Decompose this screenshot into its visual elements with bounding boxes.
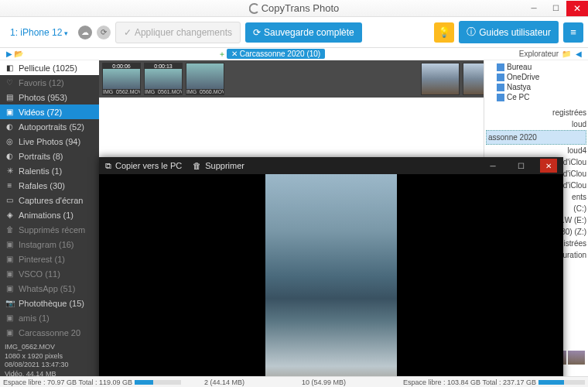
sidebar-item[interactable]: ◈Animations (1)	[0, 207, 99, 222]
folder-icon: ▣	[5, 313, 15, 323]
copy-to-pc-button[interactable]: ⧉ Copier vers le PC	[105, 161, 182, 171]
sidebar-item[interactable]: ≡Rafales (30)	[0, 178, 99, 193]
sidebar-item[interactable]: ▣Vidéos (72)	[0, 104, 99, 119]
sidebar-item-label: Captures d'écran	[19, 196, 83, 205]
tree-partial-line: loud	[486, 118, 586, 130]
refresh-icon[interactable]: ⟳	[97, 26, 111, 39]
full-backup-button[interactable]: ⟳ Sauvegarde complète	[245, 22, 362, 43]
mini-thumb[interactable]	[568, 351, 585, 365]
guides-button[interactable]: ⓘ Guides utilisateur	[459, 21, 559, 43]
device-selector[interactable]: 1: iPhone 12	[5, 23, 74, 42]
file-info: IMG_0562.MOV 1080 x 1920 pixels 08/08/20…	[0, 340, 99, 376]
toolbar: 1: iPhone 12 ☁ ⟳ ✓ Appliquer changements…	[0, 17, 588, 48]
backup-icon: ⟳	[253, 27, 261, 38]
folder-icon: ▣	[5, 327, 15, 337]
tree-item[interactable]: Bureau	[486, 62, 586, 72]
minimize-button[interactable]: ─	[523, 1, 545, 16]
sidebar-item[interactable]: ✳Ralentis (1)	[0, 163, 99, 178]
tree-item[interactable]: Nastya	[486, 82, 586, 92]
expand-left-icon[interactable]: ▶	[5, 50, 14, 59]
sidebar-item-label: Rafales (30)	[19, 181, 65, 190]
video-canvas[interactable]	[99, 174, 563, 387]
expand-right-icon[interactable]: ◀	[574, 50, 583, 59]
tree-item[interactable]: Ce PC	[486, 92, 586, 102]
tree-item[interactable]: OneDrive	[486, 72, 586, 82]
album-chip[interactable]: ✕ Carcassonne 2020 (10)	[227, 49, 326, 59]
sidebar-item[interactable]: 🗑Supprimés récem	[0, 222, 99, 237]
sub-header: ▶ 📂 ＋ ✕ Carcassonne 2020 (10) Explorateu…	[0, 48, 588, 60]
explorer-label: Explorateur	[519, 50, 559, 58]
sidebar-item-label: Ralentis (1)	[19, 166, 62, 176]
free-space-right: Espace libre : 103.84 GB Total : 237.17 …	[403, 378, 536, 386]
check-icon: ✓	[124, 27, 132, 38]
titlebar: CopyTrans Photo ─ ☐ ✕	[0, 0, 588, 17]
sidebar-item-label: Vidéos (72)	[19, 108, 62, 117]
video-thumb[interactable]: 0:00:06IMG_0562.MOV	[102, 63, 141, 95]
player-close-button[interactable]: ✕	[540, 159, 557, 173]
tree-label: Ce PC	[507, 93, 529, 101]
backup-label: Sauvegarde complète	[264, 27, 354, 38]
chip-close-icon[interactable]: ✕	[231, 50, 238, 58]
sidebar-item[interactable]: ▣Pinterest (1)	[0, 252, 99, 266]
folder-icon: ▣	[5, 239, 15, 249]
folder-icon: ▣	[5, 269, 15, 279]
sidebar-item[interactable]: ♡Favoris (12)	[0, 75, 99, 90]
apply-changes-button[interactable]: ✓ Appliquer changements	[115, 22, 241, 43]
sidebar-item-label: Live Photos (94)	[19, 137, 80, 146]
lightbulb-icon[interactable]: 💡	[434, 22, 454, 43]
thumb-duration: 0:00:13	[145, 63, 182, 69]
folder-icon	[497, 63, 504, 71]
sidebar-item[interactable]: ▤Photos (953)	[0, 90, 99, 104]
sidebar-item-label: Portraits (8)	[19, 152, 63, 161]
folder-icon	[497, 74, 504, 81]
sidebar-item[interactable]: ▣Instagram (16)	[0, 237, 99, 252]
thumb-right[interactable]	[421, 63, 460, 95]
folder-icon[interactable]: 📁	[562, 50, 571, 59]
selection-left: 2 (44.14 MB)	[204, 378, 244, 386]
delete-button[interactable]: 🗑 Supprimer	[193, 161, 244, 170]
player-maximize-button[interactable]: ☐	[512, 159, 529, 173]
sidebar-item-label: amis (1)	[19, 313, 50, 323]
video-player: ⧉ Copier vers le PC 🗑 Supprimer ─ ☐ ✕ 0:…	[99, 157, 563, 387]
selection-center: 10 (54.99 MB)	[302, 378, 346, 386]
copy-icon: ⧉	[105, 161, 111, 171]
sidebar-item[interactable]: ◧Pellicule (1025)	[0, 60, 99, 75]
info-icon: ⓘ	[467, 26, 476, 39]
maximize-button[interactable]: ☐	[545, 1, 566, 16]
app-logo-icon	[249, 3, 260, 14]
sidebar-item[interactable]: ▣Carcassonne 20	[0, 325, 99, 340]
sidebar-item[interactable]: ▣VSCO (11)	[0, 266, 99, 281]
sidebar-item[interactable]: ◐Autoportraits (52)	[0, 119, 99, 134]
circle-icon: ◎	[5, 136, 15, 146]
sidebar-item[interactable]: ▭Captures d'écran	[0, 193, 99, 207]
sidebar-item-label: WhatsApp (51)	[19, 284, 75, 293]
trash-icon: 🗑	[193, 161, 201, 170]
tree-label: OneDrive	[507, 73, 539, 81]
app-title: CopyTrans Photo	[249, 2, 340, 14]
copy-label: Copier vers le PC	[115, 161, 182, 170]
player-minimize-button[interactable]: ─	[484, 159, 501, 173]
add-icon[interactable]: ＋	[217, 50, 227, 59]
heart-icon: ♡	[5, 77, 15, 87]
sidebar-item-label: Favoris (12)	[19, 78, 64, 87]
menu-icon[interactable]: ≡	[563, 22, 583, 43]
sidebar-item[interactable]: ▣WhatsApp (51)	[0, 281, 99, 296]
camera-icon: ◧	[5, 63, 15, 73]
video-thumb[interactable]: 0:00:13IMG_0561.MOV	[144, 63, 183, 95]
folder-open-icon[interactable]: 📂	[14, 50, 23, 59]
sidebar-item[interactable]: ◐Portraits (8)	[0, 149, 99, 163]
sidebar-item[interactable]: ▣amis (1)	[0, 310, 99, 325]
person-icon: ◐	[5, 122, 15, 132]
anim-icon: ◈	[5, 210, 15, 220]
thumb-name: IMG_0562.MOV	[103, 89, 140, 94]
tree-label: Bureau	[507, 63, 532, 71]
sidebar-item[interactable]: 📷Photothèque (15)	[0, 296, 99, 310]
video-thumb[interactable]: IMG_0560.MOV	[186, 63, 224, 95]
album-chip-label: Carcassonne 2020 (10)	[240, 50, 321, 58]
sidebar-item[interactable]: ◎Live Photos (94)	[0, 134, 99, 149]
portrait-icon: ◐	[5, 151, 15, 161]
close-button[interactable]: ✕	[566, 1, 588, 16]
tree-partial-line: assonne 2020	[486, 130, 586, 145]
sidebar-item-label: Pellicule (1025)	[19, 63, 77, 73]
cloud-icon[interactable]: ☁	[78, 26, 92, 39]
